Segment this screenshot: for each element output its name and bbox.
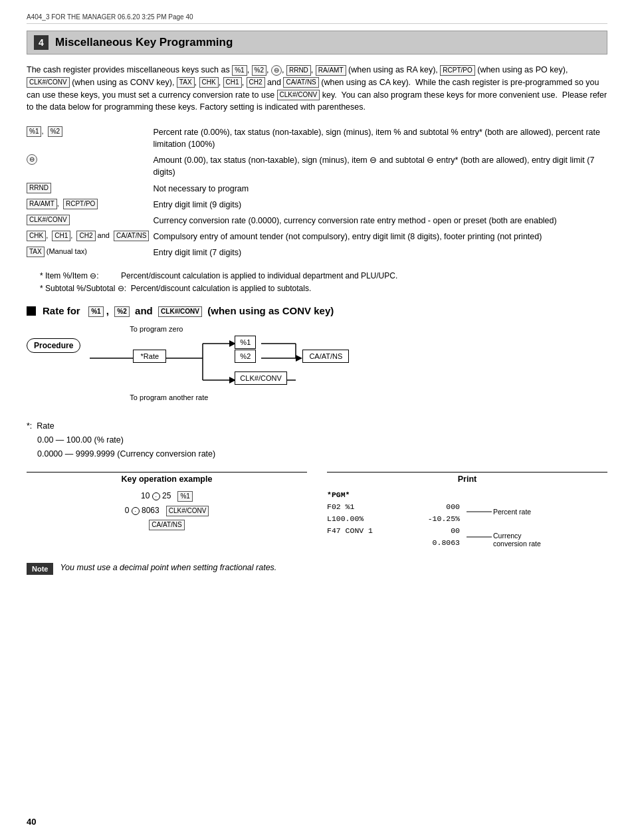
key-minus: ⊖ (271, 65, 282, 76)
flow-box-clkconv: CLK#/CONV (235, 371, 286, 385)
key-cell: ⊖ (27, 152, 153, 180)
receipt-line-5: 0.8063 (327, 537, 460, 549)
dot-icon-1: · (152, 492, 160, 500)
print-box: Print *PGM* F02 %1000 L100.00%-10.25% F4… (327, 472, 607, 548)
flow-box-pct2: %2 (235, 350, 256, 363)
receipt-line-1: *PGM* (327, 489, 501, 501)
svg-marker-10 (296, 355, 302, 362)
page-number: 40 (27, 817, 36, 827)
flow-box-caatns: CA/AT/NS (302, 350, 349, 363)
desc-cell: Compulsory entry of amount tender (not c… (153, 229, 607, 245)
desc-cell: Amount (0.00), tax status (non-taxable),… (153, 152, 607, 180)
table-row: TAX (Manual tax) Entry digit limit (7 di… (27, 245, 607, 261)
key-tax: TAX (177, 77, 195, 88)
description-table: %1, %2 Percent rate (0.00%), tax status … (27, 124, 607, 261)
key-rcptpo: RCPT/PO (440, 65, 475, 76)
keyop-line-2: 0 · 8063 CLK#/CONV (27, 504, 307, 518)
note-text: You must use a decimal point when settin… (60, 562, 276, 574)
rate-note-line2: 0.0000 — 9999.9999 (Currency conversion … (37, 447, 607, 461)
keyop-line-3: CA/AT/NS (27, 518, 307, 532)
desc-cell: Entry digit limit (7 digits) (153, 245, 607, 261)
flow-box-pct1: %1 (235, 336, 256, 349)
dot-icon-2: · (132, 507, 140, 515)
key-operation-box: Key operation example 10 · 25 %1 0 · 806… (27, 472, 307, 548)
section-heading: 4 Miscellaneous Key Programming (27, 31, 607, 54)
flow-box-rate: *Rate (133, 350, 166, 363)
page-header: A404_3 FOR THE MANAGER 06.6.20 3:25 PM P… (27, 13, 607, 24)
note-badge: Note (27, 563, 53, 575)
rate-section-heading: Rate for %1 , %2 and CLK#/CONV (when usi… (27, 305, 607, 317)
keyop-print-section: Key operation example 10 · 25 %1 0 · 806… (27, 472, 607, 548)
key-ch1: CH1 (223, 77, 242, 88)
footnotes: * Item %/Item ⊖: Percent/discount calcul… (40, 270, 607, 295)
table-row: ⊖ Amount (0.00), tax status (non-taxable… (27, 152, 607, 180)
key-cell: RRND (27, 181, 153, 197)
flow-diagram: To program zero (90, 324, 369, 410)
key-ch2: CH2 (247, 77, 265, 88)
flow-label-top: To program zero (130, 325, 183, 333)
desc-cell: Percent rate (0.00%), tax status (non-ta… (153, 124, 607, 152)
key-rrnd: RRND (286, 65, 311, 76)
desc-cell: Not necessary to program (153, 181, 607, 197)
footnote-1: * Item %/Item ⊖: Percent/discount calcul… (40, 270, 607, 282)
procedure-badge: Procedure (27, 338, 80, 353)
header-left: A404_3 FOR THE MANAGER 06.6.20 3:25 PM P… (27, 13, 193, 21)
receipt-line-2: F02 %1000 (327, 501, 460, 513)
rate-note-title: *: Rate (27, 419, 607, 433)
intro-paragraph: The cash register provides miscellaneous… (27, 64, 607, 114)
annot-percent-rate: Percent rate (467, 506, 531, 517)
keyop-content: 10 · 25 %1 0 · 8063 CLK#/CONV CA/AT/NS (27, 489, 307, 532)
key-chk: CHK (199, 77, 219, 88)
annot-currency-rate: Currencyconversion rate (467, 532, 541, 550)
footnote-2: * Subtotal %/Subtotal ⊖: Percent/discoun… (40, 282, 607, 295)
table-row: %1, %2 Percent rate (0.00%), tax status … (27, 124, 607, 152)
rate-note-line1: 0.00 — 100.00 (% rate) (37, 433, 607, 447)
annot-line-2 (467, 532, 493, 550)
key-cell: %1, %2 (27, 124, 153, 152)
desc-cell: Entry digit limit (9 digits) (153, 197, 607, 213)
key-pct1: %1 (232, 65, 247, 76)
table-row: CHK, CH1, CH2 and CA/AT/NS Compulsory en… (27, 229, 607, 245)
flow-label-bottom: To program another rate (130, 393, 208, 401)
keyop-title: Key operation example (27, 472, 307, 484)
key-cell: CLK#/CONV (27, 213, 153, 229)
key-cell: RA/AMT, RCPT/PO (27, 197, 153, 213)
desc-cell: Currency conversion rate (0.0000), curre… (153, 213, 607, 229)
receipt-line-4: F47 CONV 100 (327, 525, 460, 537)
key-clkconv2: CLK#/CONV (277, 90, 320, 100)
section-title: Miscellaneous Key Programming (55, 36, 233, 49)
key-cell: CHK, CH1, CH2 and CA/AT/NS (27, 229, 153, 245)
key-caatns: CA/AT/NS (283, 77, 318, 88)
key-pct2: %2 (252, 65, 266, 76)
table-row: RA/AMT, RCPT/PO Entry digit limit (9 dig… (27, 197, 607, 213)
receipt-line-3: L100.00%-10.25% (327, 513, 460, 525)
print-receipt: *PGM* F02 %1000 L100.00%-10.25% F47 CONV… (327, 489, 607, 548)
square-bullet-icon (27, 306, 36, 316)
key-cell: TAX (Manual tax) (27, 245, 153, 261)
keyop-line-1: 10 · 25 %1 (27, 489, 307, 504)
note-box: Note You must use a decimal point when s… (27, 562, 607, 575)
key-raamt: RA/AMT (316, 65, 346, 76)
rate-note: *: Rate 0.00 — 100.00 (% rate) 0.0000 — … (27, 419, 607, 462)
annot-label-currency: Currencyconversion rate (493, 532, 541, 548)
table-row: CLK#/CONV Currency conversion rate (0.00… (27, 213, 607, 229)
section-number: 4 (34, 35, 49, 50)
procedure-area: Procedure To program zero (27, 324, 607, 410)
table-row: RRND Not necessary to program (27, 181, 607, 197)
rate-heading-text: Rate for %1 , %2 and CLK#/CONV (when usi… (43, 305, 334, 317)
key-clkconv: CLK#/CONV (27, 77, 70, 88)
print-title: Print (327, 472, 607, 484)
annot-label-percent: Percent rate (493, 508, 531, 516)
annot-line-1 (467, 506, 493, 517)
